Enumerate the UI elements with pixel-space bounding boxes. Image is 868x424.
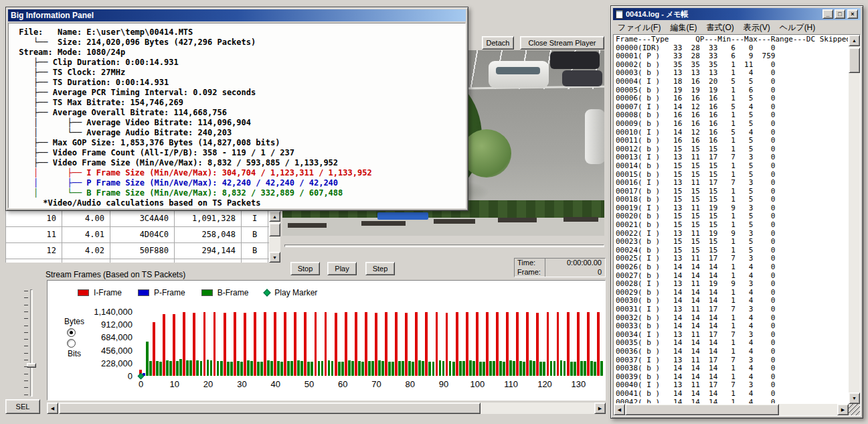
- info-panel-title: Big Information Panel: [11, 9, 94, 21]
- chart-bar-b-frame: [277, 361, 280, 376]
- info-line: └── Size: 214,020,096 Bytes (427,296 Pac…: [14, 38, 460, 48]
- step-button[interactable]: Step: [365, 262, 395, 275]
- chart-bar-b-frame: [462, 361, 465, 376]
- y-tick-label: 684,000: [68, 332, 133, 342]
- log-text[interactable]: Frame---Type QP---Min---Max---Range---DC…: [616, 36, 848, 403]
- time-value: 0:00:00.00: [545, 259, 605, 268]
- chart-bar-b-frame: [331, 361, 334, 376]
- chart-bar-i-frame: [536, 313, 539, 376]
- chart-bar-b-frame: [220, 361, 223, 376]
- chart-bar-b-frame: [594, 362, 596, 376]
- chart-bar-b-frame: [381, 361, 384, 376]
- car-dark-2: [562, 70, 602, 86]
- chart-bar-b-frame: [503, 362, 505, 376]
- legend-label: B-Frame: [218, 288, 249, 297]
- bench-5: [563, 217, 598, 222]
- close-stream-player-button[interactable]: Close Stream Player: [520, 36, 604, 50]
- scroll-down-button[interactable]: ▼: [849, 393, 860, 404]
- slider-tick: [24, 346, 28, 346]
- info-panel-titlebar[interactable]: Big Information Panel: [8, 9, 466, 21]
- slider-tick: [24, 360, 28, 360]
- maximize-button[interactable]: □: [835, 9, 845, 19]
- notepad-titlebar[interactable]: 00414.log - メモ帳 _ □ ×: [613, 8, 861, 20]
- scroll-up-button[interactable]: ▲: [269, 211, 280, 222]
- detach-button[interactable]: Detach: [482, 36, 514, 50]
- slider-thumb[interactable]: [27, 363, 36, 368]
- x-tick-label: 100: [470, 379, 485, 389]
- chart-bar-i-frame: [486, 312, 489, 376]
- info-line: ├── Average Overall Bitrate: 114,668,756: [14, 108, 460, 118]
- chart-bar-b-frame: [287, 361, 290, 376]
- sel-button[interactable]: SEL: [5, 399, 40, 414]
- menu-item[interactable]: 編集(E): [665, 21, 701, 35]
- scroll-down-button[interactable]: ▼: [269, 252, 280, 263]
- scroll-left-button[interactable]: ◀: [47, 403, 58, 414]
- frame-table-cell: 13: [6, 259, 62, 263]
- slider-tick: [24, 311, 28, 312]
- frame-table-row[interactable]: 124.0250F880294,144B: [6, 243, 269, 259]
- menu-item[interactable]: ファイル(F): [613, 21, 665, 35]
- y-tick-label: 912,000: [68, 320, 133, 330]
- scrollbar-thumb[interactable]: [269, 223, 280, 236]
- scroll-left-button[interactable]: ◀: [614, 404, 625, 415]
- close-icon: ×: [851, 11, 854, 17]
- slider-tick: [24, 387, 28, 388]
- size-grip[interactable]: [849, 404, 860, 415]
- scroll-right-button[interactable]: ▶: [594, 403, 606, 414]
- chart-legend: I-FrameP-FrameB-FramePlay Marker: [78, 288, 317, 297]
- scrollbar-track[interactable]: [849, 35, 860, 404]
- chart-bar-b-frame: [176, 361, 179, 376]
- slider-track[interactable]: [30, 289, 33, 397]
- chart-bar-b-frame: [553, 361, 556, 376]
- chart-bar-i-frame: [335, 313, 337, 376]
- menu-item[interactable]: ヘルプ(H): [775, 21, 820, 35]
- chart-h-scrollbar[interactable]: ◀ ▶: [47, 403, 606, 414]
- chart-bar-i-frame: [183, 312, 185, 376]
- chart-bar-i-frame: [173, 314, 175, 376]
- chart-bar-i-frame: [597, 312, 600, 376]
- chart-bar-b-frame: [156, 361, 159, 376]
- minimize-button[interactable]: _: [822, 9, 833, 19]
- chart-bar-b-frame: [328, 360, 331, 376]
- x-tick-label: 10: [170, 379, 179, 389]
- chart-bar-b-frame: [166, 360, 169, 376]
- legend-label: Play Marker: [274, 288, 317, 297]
- scroll-right-button[interactable]: ▶: [837, 404, 849, 415]
- menu-item[interactable]: 書式(O): [701, 21, 738, 35]
- frame-table-row[interactable]: 104.003C4A401,091,328I: [6, 211, 269, 227]
- x-tick-label: 60: [338, 379, 347, 389]
- chart-bar-b-frame: [590, 361, 593, 376]
- chart-bar-b-frame: [513, 361, 515, 376]
- scrollbar-thumb[interactable]: [849, 48, 860, 73]
- frame-table-row[interactable]: 114.014D04C0258,048B: [6, 227, 269, 243]
- down-arrow-icon: ▼: [852, 396, 857, 401]
- chart-bar-i-frame: [213, 312, 216, 376]
- seek-bar[interactable]: [284, 244, 604, 247]
- frame-table-row[interactable]: 135.00557D001,132,608I: [6, 259, 269, 263]
- bush-light: [462, 129, 511, 178]
- bench-2: [361, 221, 406, 226]
- scrollbar-thumb[interactable]: [625, 404, 779, 415]
- scroll-up-button[interactable]: ▲: [849, 35, 860, 46]
- slider-tick: [24, 380, 28, 381]
- frame-table-scrollbar[interactable]: ▲ ▼: [269, 211, 280, 263]
- notepad-h-scrollbar[interactable]: ◀ ▶: [614, 404, 849, 415]
- chart-bar-i-frame: [415, 312, 418, 376]
- menu-item[interactable]: 表示(V): [739, 21, 775, 35]
- notepad-title: 00414.log - メモ帳: [626, 8, 821, 20]
- chart-bar-i-frame: [587, 312, 590, 376]
- play-button[interactable]: Play: [327, 262, 357, 275]
- chart-v-slider[interactable]: [24, 288, 39, 398]
- notepad-v-scrollbar[interactable]: ▲ ▼: [849, 35, 860, 404]
- chart-bar-b-frame: [408, 361, 411, 376]
- frame-table-cell: I: [242, 259, 268, 263]
- bench-4: [498, 218, 537, 222]
- chart-bar-b-frame: [146, 342, 149, 376]
- stop-button[interactable]: Stop: [290, 262, 320, 275]
- chart-bar-b-frame: [351, 361, 354, 376]
- chart-bar-i-frame: [395, 312, 398, 376]
- close-button[interactable]: ×: [847, 9, 858, 19]
- chart-bar-b-frame: [600, 361, 603, 376]
- chart-bar-b-frame: [378, 360, 381, 376]
- scrollbar-thumb[interactable]: [59, 403, 481, 414]
